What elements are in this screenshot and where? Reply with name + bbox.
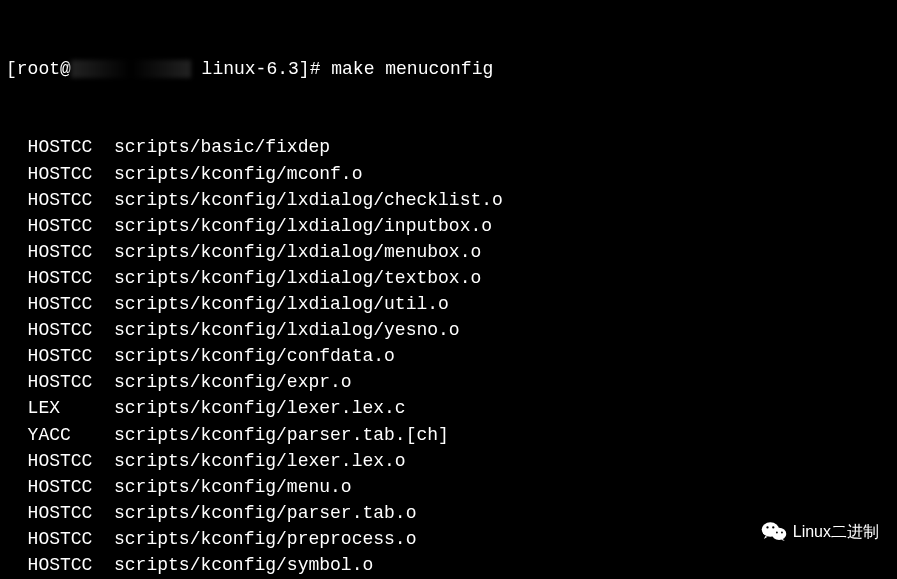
svg-point-1 <box>772 528 786 540</box>
build-line: HOSTCC scripts/kconfig/confdata.o <box>6 343 891 369</box>
redacted-hostname <box>71 60 191 78</box>
svg-point-4 <box>776 532 778 534</box>
build-line: LEX scripts/kconfig/lexer.lex.c <box>6 395 891 421</box>
build-line: HOSTCC scripts/kconfig/preprocess.o <box>6 526 891 552</box>
build-line: YACC scripts/kconfig/parser.tab.[ch] <box>6 422 891 448</box>
shell-prompt-line: [root@ linux-6.3]# make menuconfig <box>6 56 891 82</box>
build-line: HOSTCC scripts/basic/fixdep <box>6 134 891 160</box>
build-line: HOSTCC scripts/kconfig/lxdialog/checklis… <box>6 187 891 213</box>
watermark: Linux二进制 <box>761 520 879 543</box>
build-line: HOSTCC scripts/kconfig/expr.o <box>6 369 891 395</box>
build-line: HOSTCC scripts/kconfig/lxdialog/textbox.… <box>6 265 891 291</box>
build-line: HOSTCC scripts/kconfig/mconf.o <box>6 161 891 187</box>
command-text: make menuconfig <box>331 59 493 79</box>
prompt-cwd: linux-6.3]# <box>191 59 331 79</box>
build-line: HOSTCC scripts/kconfig/lxdialog/yesno.o <box>6 317 891 343</box>
wechat-icon <box>761 520 787 542</box>
build-line: HOSTCC scripts/kconfig/symbol.o <box>6 552 891 578</box>
build-line: HOSTCC scripts/kconfig/lexer.lex.o <box>6 448 891 474</box>
svg-point-2 <box>766 527 768 529</box>
build-output: HOSTCC scripts/basic/fixdep HOSTCC scrip… <box>6 134 891 579</box>
build-line: HOSTCC scripts/kconfig/lxdialog/inputbox… <box>6 213 891 239</box>
build-line: HOSTCC scripts/kconfig/lxdialog/util.o <box>6 291 891 317</box>
build-line: HOSTCC scripts/kconfig/parser.tab.o <box>6 500 891 526</box>
watermark-text: Linux二进制 <box>793 520 879 543</box>
terminal-output: [root@ linux-6.3]# make menuconfig HOSTC… <box>6 4 891 579</box>
svg-point-3 <box>772 527 774 529</box>
build-line: HOSTCC scripts/kconfig/lxdialog/menubox.… <box>6 239 891 265</box>
prompt-prefix: [root@ <box>6 59 71 79</box>
svg-point-5 <box>781 532 783 534</box>
build-line: HOSTCC scripts/kconfig/menu.o <box>6 474 891 500</box>
